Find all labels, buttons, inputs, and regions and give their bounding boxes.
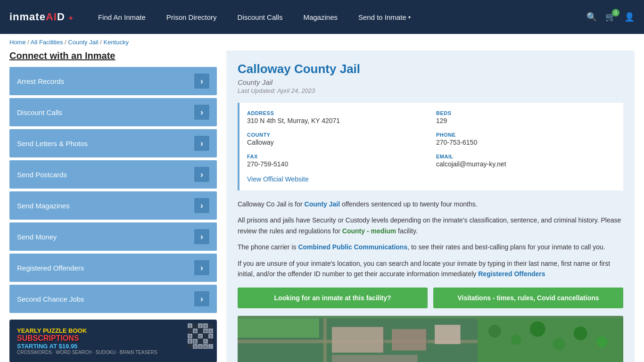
arrow-icon-registered-offenders: › <box>194 260 209 275</box>
ad-types: CROSSWORDS · WORD SEARCH · SUDOKU · BRAI… <box>17 350 176 355</box>
sidebar-item-send-letters[interactable]: Send Letters & Photos › <box>9 129 217 157</box>
svg-rect-4 <box>392 329 426 351</box>
svg-rect-8 <box>332 355 418 362</box>
desc-p4: If you are unsure of your inmate's locat… <box>238 258 623 280</box>
sidebar-label-send-magazines: Send Magazines <box>17 202 70 210</box>
sidebar-label-registered-offenders: Registered Offenders <box>17 264 84 272</box>
sidebar-label-arrest-records: Arrest Records <box>17 77 64 85</box>
facility-name: Calloway County Jail <box>238 62 623 76</box>
phone-value: 270-753-6150 <box>436 139 616 146</box>
svg-rect-15 <box>383 327 386 353</box>
header-icons: 🔍 🛒 0 👤 <box>586 12 635 22</box>
action-buttons: Looking for an inmate at this facility? … <box>238 288 623 308</box>
svg-point-11 <box>530 321 545 337</box>
breadcrumb-kentucky[interactable]: Kentucky <box>103 39 128 46</box>
county-medium-link[interactable]: County - medium <box>342 227 396 235</box>
svg-point-14 <box>596 337 608 348</box>
registered-offenders-link[interactable]: Registered Offenders <box>478 270 545 278</box>
sidebar-item-second-chance-jobs[interactable]: Second Chance Jobs › <box>9 285 217 313</box>
cart-icon[interactable]: 🛒 0 <box>605 12 616 22</box>
find-inmate-button[interactable]: Looking for an inmate at this facility? <box>238 288 428 308</box>
nav-discount-calls[interactable]: Discount Calls <box>227 0 293 34</box>
desc-p1: Calloway Co Jail is for County Jail offe… <box>238 199 623 209</box>
website-field: View Official Website <box>247 175 616 183</box>
sidebar: Connect with an Inmate Arrest Records › … <box>9 50 217 362</box>
county-jail-link[interactable]: County Jail <box>305 200 340 208</box>
phone-carrier-link[interactable]: Combined Public Communications <box>298 243 407 251</box>
nav-send-to-inmate[interactable]: Send to Inmate ▾ <box>348 0 421 34</box>
fax-field: FAX 270-759-5140 <box>247 154 427 168</box>
svg-point-9 <box>488 325 501 337</box>
facility-info: ADDRESS 310 N 4th St, Murray, KY 42071 B… <box>238 103 623 190</box>
facility-content: Calloway County Jail County Jail Last Up… <box>226 50 635 362</box>
svg-point-10 <box>511 335 521 345</box>
phone-field: PHONE 270-753-6150 <box>436 132 616 146</box>
sidebar-label-send-money: Send Money <box>17 233 57 241</box>
breadcrumb: Home / All Facilities / County Jail / Ke… <box>0 34 644 50</box>
arrow-icon-arrest-records: › <box>194 74 209 89</box>
puzzle-decoration: 123 AB4 5C5 DEF 6GHI <box>188 323 213 349</box>
ad-tag: YEARLY PUZZLE BOOK <box>17 327 176 334</box>
search-icon[interactable]: 🔍 <box>586 12 597 22</box>
address-label: ADDRESS <box>247 110 427 116</box>
svg-rect-3 <box>332 327 383 353</box>
fax-label: FAX <box>247 154 427 159</box>
send-inmate-caret: ▾ <box>408 15 411 20</box>
sidebar-label-send-letters: Send Letters & Photos <box>17 140 88 148</box>
county-label: COUNTY <box>247 132 427 138</box>
beds-value: 129 <box>436 117 616 124</box>
svg-rect-2 <box>323 319 327 362</box>
arrow-icon-send-letters: › <box>194 136 209 151</box>
arrow-icon-discount-calls: › <box>194 105 209 120</box>
desc-p2: All prisons and jails have Security or C… <box>238 215 623 236</box>
logo-text: inmateAID ✈ <box>9 11 74 23</box>
sidebar-label-send-postcards: Send Postcards <box>17 171 67 179</box>
user-icon[interactable]: 👤 <box>624 12 635 22</box>
breadcrumb-county-jail[interactable]: County Jail <box>68 39 98 46</box>
svg-rect-6 <box>238 319 319 338</box>
email-field: EMAIL calcojail@murray-ky.net <box>436 154 616 168</box>
address-value: 310 N 4th St, Murray, KY 42071 <box>247 117 427 124</box>
nav-magazines[interactable]: Magazines <box>293 0 348 34</box>
nav-prison-directory[interactable]: Prison Directory <box>156 0 227 34</box>
desc-p3: The phone carrier is Combined Public Com… <box>238 242 623 252</box>
main-layout: Connect with an Inmate Arrest Records › … <box>0 50 644 362</box>
main-nav: Find An Inmate Prison Directory Discount… <box>88 0 586 34</box>
logo[interactable]: inmateAID ✈ <box>9 11 74 23</box>
fax-value: 270-759-5140 <box>247 160 427 168</box>
sidebar-item-send-postcards[interactable]: Send Postcards › <box>9 160 217 189</box>
facility-updated: Last Updated: April 24, 2023 <box>238 87 623 94</box>
nav-find-inmate[interactable]: Find An Inmate <box>88 0 156 34</box>
arrow-icon-send-postcards: › <box>194 167 209 182</box>
sidebar-item-discount-calls[interactable]: Discount Calls › <box>9 98 217 126</box>
svg-point-12 <box>553 338 565 350</box>
sidebar-item-registered-offenders[interactable]: Registered Offenders › <box>9 254 217 282</box>
county-field: COUNTY Calloway <box>247 132 427 146</box>
sidebar-item-send-money[interactable]: Send Money › <box>9 222 217 251</box>
sidebar-ad[interactable]: 123 AB4 5C5 DEF 6GHI YEARLY PUZZLE BOOK … <box>9 320 217 362</box>
sidebar-label-discount-calls: Discount Calls <box>17 108 62 116</box>
arrow-icon-send-money: › <box>194 229 209 244</box>
ad-title: SUBSCRIPTIONS <box>17 334 176 343</box>
beds-label: BEDS <box>436 110 616 116</box>
email-value: calcojail@murray-ky.net <box>436 160 616 168</box>
county-value: Calloway <box>247 139 427 146</box>
sidebar-item-send-magazines[interactable]: Send Magazines › <box>9 191 217 220</box>
breadcrumb-all-facilities[interactable]: All Facilities <box>31 39 63 46</box>
aerial-photo <box>238 316 623 362</box>
sidebar-item-arrest-records[interactable]: Arrest Records › <box>9 67 217 95</box>
breadcrumb-home[interactable]: Home <box>9 39 26 46</box>
cart-badge: 0 <box>612 9 619 16</box>
email-label: EMAIL <box>436 154 616 159</box>
facility-type: County Jail <box>238 78 623 86</box>
visitation-button[interactable]: Visitations - times, rules, Covid cancel… <box>433 288 623 308</box>
aerial-svg <box>238 316 623 362</box>
ad-starting: STARTING AT $19.95 <box>17 343 176 350</box>
phone-label: PHONE <box>436 132 616 138</box>
website-link[interactable]: View Official Website <box>247 175 309 183</box>
address-field: ADDRESS 310 N 4th St, Murray, KY 42071 <box>247 110 427 124</box>
header: inmateAID ✈ Find An Inmate Prison Direct… <box>0 0 644 34</box>
svg-rect-16 <box>426 329 429 351</box>
svg-rect-5 <box>435 325 461 344</box>
arrow-icon-second-chance-jobs: › <box>194 291 209 306</box>
